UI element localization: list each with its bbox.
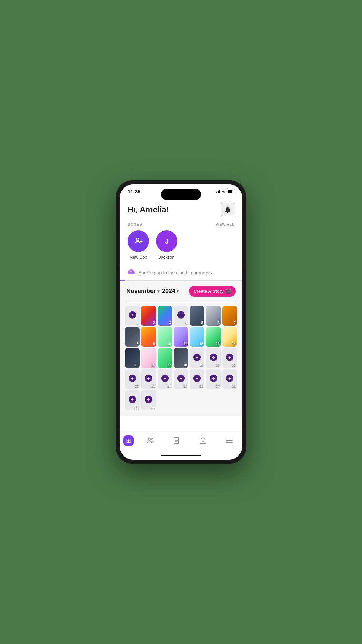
calendar-day-1[interactable]: +1 [125, 306, 140, 326]
add-photo-btn-day-27[interactable]: + [210, 375, 217, 382]
day-number-18: 18 [183, 363, 187, 367]
calendar-day-20[interactable]: +20 [206, 348, 221, 368]
day-number-20: 20 [216, 363, 220, 367]
add-photo-btn-day-19[interactable]: + [193, 354, 201, 361]
nav-item-home[interactable]: ⊞ [123, 435, 134, 446]
notification-button[interactable] [221, 203, 234, 216]
add-photo-btn-day-29[interactable]: + [129, 396, 136, 403]
day-number-6: 6 [218, 321, 220, 325]
day-number-21: 21 [232, 363, 236, 367]
calendar-day-14[interactable]: 14 [222, 327, 237, 347]
view-all-button[interactable]: VIEW ALL [216, 222, 234, 226]
calendar-day-25[interactable]: +25 [174, 369, 188, 389]
calendar-day-30[interactable]: +30 [141, 390, 156, 410]
add-photo-btn-day-30[interactable]: + [145, 396, 152, 403]
calendar-day-2[interactable]: 2 [141, 306, 156, 326]
add-photo-btn-day-21[interactable]: + [226, 354, 233, 361]
add-photo-btn-day-28[interactable]: + [226, 375, 233, 382]
calendar-day-28[interactable]: +28 [222, 369, 237, 389]
calendar-day-3[interactable]: 3 [158, 306, 172, 326]
calendar-day-29[interactable]: +29 [125, 390, 140, 410]
box-item-new-box[interactable]: New Box [128, 230, 149, 260]
calendar-day-13[interactable]: 13 [206, 327, 221, 347]
calendar-divider [126, 301, 236, 301]
day-number-4: 4 [185, 321, 187, 325]
calendar-day-4[interactable]: +4 [174, 306, 188, 326]
box-avatar-jackson: J [156, 230, 177, 252]
home-icon: ⊞ [126, 437, 131, 444]
calendar-day-19[interactable]: +19 [190, 348, 204, 368]
add-photo-btn-day-24[interactable]: + [161, 375, 169, 382]
month-year-selectors: November ▾ 2024 ▾ [126, 288, 179, 295]
day-number-5: 5 [201, 321, 203, 325]
calendar-day-16[interactable]: 16 [141, 348, 156, 368]
day-number-1: 1 [137, 321, 139, 325]
calendar-day-23[interactable]: +23 [141, 369, 156, 389]
calendar-day-24[interactable]: +24 [158, 369, 172, 389]
month-label: November [126, 288, 156, 295]
year-selector[interactable]: 2024 ▾ [162, 288, 179, 295]
boxes-label: BOXES [128, 222, 142, 226]
calendar-section: November ▾ 2024 ▾ Create A Story 🎬 [120, 281, 242, 416]
add-photo-btn-day-22[interactable]: + [129, 375, 136, 382]
svg-point-5 [152, 439, 153, 440]
add-photo-btn-day-1[interactable]: + [129, 311, 136, 319]
box-avatar-new-box [128, 230, 149, 252]
calendar-day-8[interactable]: 8 [125, 327, 140, 347]
nav-item-journal[interactable] [167, 435, 186, 446]
calendar-header: November ▾ 2024 ▾ Create A Story 🎬 [125, 286, 237, 301]
box-item-jackson[interactable]: J Jackson [156, 230, 177, 260]
shop-icon [199, 437, 207, 445]
day-number-15: 15 [135, 363, 138, 367]
day-number-13: 13 [216, 342, 220, 346]
home-bar [161, 455, 201, 456]
calendar-day-26[interactable]: +26 [190, 369, 204, 389]
calendar-day-18[interactable]: 18 [174, 348, 188, 368]
person-add-icon [134, 236, 143, 246]
nav-item-menu[interactable] [220, 435, 239, 446]
journal-icon [173, 437, 181, 445]
add-photo-btn-day-4[interactable]: + [177, 311, 185, 319]
calendar-day-17[interactable]: 17 [158, 348, 172, 368]
home-indicator [120, 453, 242, 460]
add-photo-btn-day-26[interactable]: + [193, 375, 201, 382]
battery-icon [227, 190, 234, 193]
calendar-day-21[interactable]: +21 [222, 348, 237, 368]
add-photo-btn-day-23[interactable]: + [145, 375, 152, 382]
calendar-day-27[interactable]: +27 [206, 369, 221, 389]
day-number-9: 9 [153, 342, 155, 346]
greeting: Hi, Amelia! [128, 205, 169, 214]
add-photo-btn-day-20[interactable]: + [210, 354, 217, 361]
calendar-day-12[interactable]: 12 [190, 327, 204, 347]
status-icons: ∿ [216, 189, 234, 194]
calendar-day-15[interactable]: 15 [125, 348, 140, 368]
calendar-day-10[interactable]: 10 [158, 327, 172, 347]
year-label: 2024 [162, 288, 175, 295]
calendar-day-9[interactable]: 9 [141, 327, 156, 347]
svg-point-0 [136, 238, 139, 241]
box-name-new-box: New Box [130, 255, 147, 260]
status-time: 11:35 [128, 189, 140, 194]
add-photo-btn-day-25[interactable]: + [177, 375, 185, 382]
day-number-28: 28 [232, 384, 236, 388]
calendar-day-6[interactable]: 6 [206, 306, 221, 326]
month-selector[interactable]: November ▾ [126, 288, 159, 295]
box-initial-jackson: J [165, 237, 168, 245]
contacts-icon [146, 437, 155, 445]
day-number-24: 24 [167, 384, 171, 388]
day-number-23: 23 [151, 384, 155, 388]
nav-item-shop[interactable] [194, 435, 213, 446]
cloud-upload-icon [128, 269, 135, 275]
day-number-27: 27 [216, 384, 220, 388]
calendar-day-5[interactable]: 5 [190, 306, 204, 326]
boxes-section-header: BOXES VIEW ALL [120, 220, 242, 230]
calendar-day-22[interactable]: +22 [125, 369, 140, 389]
day-number-10: 10 [167, 342, 171, 346]
calendar-day-7[interactable]: 7 [222, 306, 237, 326]
svg-point-4 [148, 438, 150, 440]
calendar-day-11[interactable]: 11 [174, 327, 188, 347]
nav-item-contacts[interactable] [141, 435, 160, 446]
cloud-icon [128, 269, 135, 276]
day-number-22: 22 [135, 384, 138, 388]
create-story-button[interactable]: Create A Story 🎬 [189, 286, 236, 297]
